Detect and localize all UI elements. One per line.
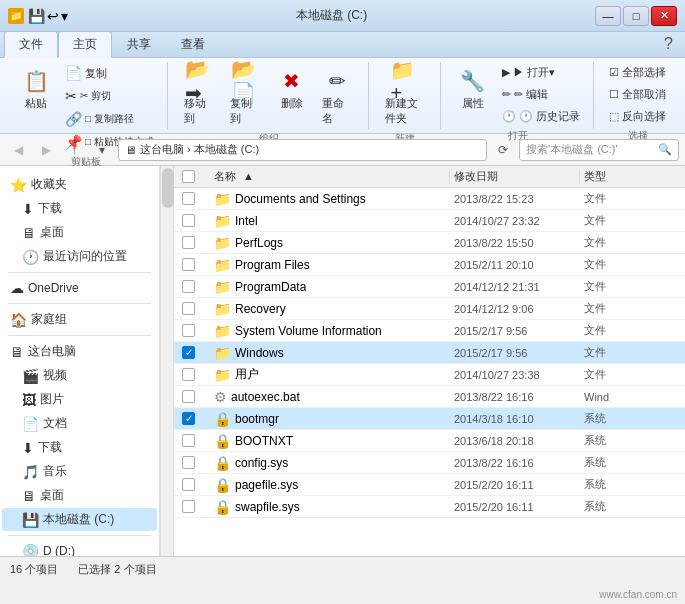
- col-header-type[interactable]: 类型: [580, 169, 685, 184]
- refresh-button[interactable]: ⟳: [491, 139, 515, 161]
- tab-share[interactable]: 共享: [112, 31, 166, 57]
- sidebar-item-downloads2[interactable]: ⬇ 下载: [2, 436, 157, 459]
- row-checkbox[interactable]: [182, 324, 195, 337]
- rename-button[interactable]: ✏ 重命名: [316, 62, 360, 130]
- file-name: BOOTNXT: [235, 434, 293, 448]
- row-type: 系统: [580, 455, 685, 470]
- copy-button[interactable]: 📄 复制: [60, 62, 159, 84]
- edit-icon: ✏: [502, 88, 511, 101]
- tab-view[interactable]: 查看: [166, 31, 220, 57]
- table-row[interactable]: 📁 System Volume Information 2015/2/17 9:…: [174, 320, 685, 342]
- row-checkbox[interactable]: [182, 236, 195, 249]
- back-button[interactable]: ◀: [6, 139, 30, 161]
- table-row[interactable]: 🔒 pagefile.sys 2015/2/20 16:11 系统: [174, 474, 685, 496]
- col-header-date[interactable]: 修改日期: [450, 169, 580, 184]
- row-checkbox[interactable]: ✓: [182, 412, 195, 425]
- row-date: 2013/8/22 16:16: [450, 391, 580, 403]
- row-type: 文件: [580, 345, 685, 360]
- table-row[interactable]: 🔒 config.sys 2013/8/22 16:16 系统: [174, 452, 685, 474]
- row-checkbox[interactable]: [182, 280, 195, 293]
- table-row[interactable]: ✓ 📁 Windows 2015/2/17 9:56 文件: [174, 342, 685, 364]
- row-checkbox[interactable]: [182, 456, 195, 469]
- sidebar-item-d-drive[interactable]: 💿 D (D:): [2, 540, 157, 556]
- invert-selection-button[interactable]: ⬚ 反向选择: [604, 106, 671, 127]
- copy-path-button[interactable]: 🔗 □ 复制路径: [60, 108, 159, 130]
- cut-button[interactable]: ✂ ✂ 剪切: [60, 85, 159, 107]
- file-name: 用户: [235, 366, 259, 383]
- row-checkbox[interactable]: [182, 192, 195, 205]
- row-name: 🔒 bootmgr: [210, 411, 450, 427]
- search-box[interactable]: 搜索'本地磁盘 (C:)' 🔍: [519, 139, 679, 161]
- table-row[interactable]: 📁 Intel 2014/10/27 23:32 文件: [174, 210, 685, 232]
- edit-button[interactable]: ✏ ✏ 编辑: [497, 84, 585, 105]
- organize-buttons: 📂➡ 移动到 📂📄 复制到 ✖ 删除 ✏ 重命名: [178, 62, 360, 130]
- documents-icon: 📄: [22, 416, 39, 432]
- row-checkbox[interactable]: [182, 258, 195, 271]
- sys-icon: 🔒: [214, 411, 231, 427]
- file-name: Recovery: [235, 302, 286, 316]
- videos-icon: 🎬: [22, 368, 39, 384]
- open-button[interactable]: ▶ ▶ 打开▾: [497, 62, 585, 83]
- select-all-button[interactable]: ☑ 全部选择: [604, 62, 671, 83]
- sidebar-item-onedrive[interactable]: ☁ OneDrive: [2, 277, 157, 299]
- row-checkbox[interactable]: [182, 390, 195, 403]
- row-checkbox[interactable]: [182, 214, 195, 227]
- help-button[interactable]: ?: [656, 31, 681, 57]
- table-row[interactable]: 📁 Program Files 2015/2/11 20:10 文件: [174, 254, 685, 276]
- row-checkbox[interactable]: [182, 500, 195, 513]
- header-check: [174, 170, 210, 183]
- sidebar-item-favorites[interactable]: ⭐ 收藏夹: [2, 173, 157, 196]
- tab-file[interactable]: 文件: [4, 31, 58, 58]
- row-checkbox[interactable]: [182, 368, 195, 381]
- table-row[interactable]: ✓ 🔒 bootmgr 2014/3/18 16:10 系统: [174, 408, 685, 430]
- sidebar-item-c-drive[interactable]: 💾 本地磁盘 (C:): [2, 508, 157, 531]
- forward-button[interactable]: ▶: [34, 139, 58, 161]
- table-row[interactable]: 📁 用户 2014/10/27 23:38 文件: [174, 364, 685, 386]
- new-folder-button[interactable]: 📁+ 新建文件夹: [379, 62, 432, 130]
- recent-locations-button[interactable]: ▾: [90, 139, 114, 161]
- address-path[interactable]: 🖥 这台电脑 › 本地磁盘 (C:): [118, 139, 487, 161]
- select-all-checkbox[interactable]: [182, 170, 195, 183]
- table-row[interactable]: 📁 Recovery 2014/12/12 9:06 文件: [174, 298, 685, 320]
- move-to-button[interactable]: 📂➡ 移动到: [178, 62, 222, 130]
- table-row[interactable]: 🔒 BOOTNXT 2013/6/18 20:18 系统: [174, 430, 685, 452]
- table-row[interactable]: 🔒 swapfile.sys 2015/2/20 16:11 系统: [174, 496, 685, 518]
- copy-to-button[interactable]: 📂📄 复制到: [224, 62, 268, 130]
- sidebar-item-music[interactable]: 🎵 音乐: [2, 460, 157, 483]
- sidebar-item-pictures[interactable]: 🖼 图片: [2, 388, 157, 411]
- table-row[interactable]: 📁 PerfLogs 2013/8/22 15:50 文件: [174, 232, 685, 254]
- sidebar-item-recent[interactable]: 🕐 最近访问的位置: [2, 245, 157, 268]
- row-type: 文件: [580, 301, 685, 316]
- sidebar-item-downloads[interactable]: ⬇ 下载: [2, 197, 157, 220]
- sidebar-item-documents[interactable]: 📄 文档: [2, 412, 157, 435]
- maximize-button[interactable]: □: [623, 6, 649, 26]
- sys-icon: 🔒: [214, 499, 231, 515]
- sidebar-scrollbar[interactable]: [160, 166, 174, 556]
- delete-button[interactable]: ✖ 删除: [270, 62, 314, 115]
- row-checkbox[interactable]: [182, 478, 195, 491]
- ribbon: 📋 粘贴 📄 复制 ✂ ✂ 剪切 🔗 □ 复制路径 📌 □ 粘: [0, 58, 685, 134]
- sidebar-item-desktop2[interactable]: 🖥 桌面: [2, 484, 157, 507]
- tab-home[interactable]: 主页: [58, 31, 112, 58]
- sidebar-item-this-pc[interactable]: 🖥 这台电脑: [2, 340, 157, 363]
- history-button[interactable]: 🕐 🕐 历史记录: [497, 106, 585, 127]
- sidebar-item-videos[interactable]: 🎬 视频: [2, 364, 157, 387]
- table-row[interactable]: ⚙ autoexec.bat 2013/8/22 16:16 Wind: [174, 386, 685, 408]
- deselect-all-button[interactable]: ☐ 全部取消: [604, 84, 671, 105]
- col-header-name[interactable]: 名称 ▲: [210, 169, 450, 184]
- minimize-button[interactable]: —: [595, 6, 621, 26]
- paste-button[interactable]: 📋 粘贴: [14, 62, 58, 115]
- table-row[interactable]: 📁 Documents and Settings 2013/8/22 15:23…: [174, 188, 685, 210]
- row-checkbox[interactable]: [182, 302, 195, 315]
- sidebar-item-homegroup[interactable]: 🏠 家庭组: [2, 308, 157, 331]
- row-checkbox[interactable]: [182, 434, 195, 447]
- row-type: 文件: [580, 213, 685, 228]
- table-row[interactable]: 📁 ProgramData 2014/12/12 21:31 文件: [174, 276, 685, 298]
- row-checkbox[interactable]: ✓: [182, 346, 195, 359]
- sidebar-item-desktop[interactable]: 🖥 桌面: [2, 221, 157, 244]
- close-button[interactable]: ✕: [651, 6, 677, 26]
- up-button[interactable]: ↑: [62, 139, 86, 161]
- properties-button[interactable]: 🔧 属性: [451, 62, 495, 115]
- address-bar: ◀ ▶ ↑ ▾ 🖥 这台电脑 › 本地磁盘 (C:) ⟳ 搜索'本地磁盘 (C:…: [0, 134, 685, 166]
- sidebar-scroll-thumb: [162, 168, 174, 208]
